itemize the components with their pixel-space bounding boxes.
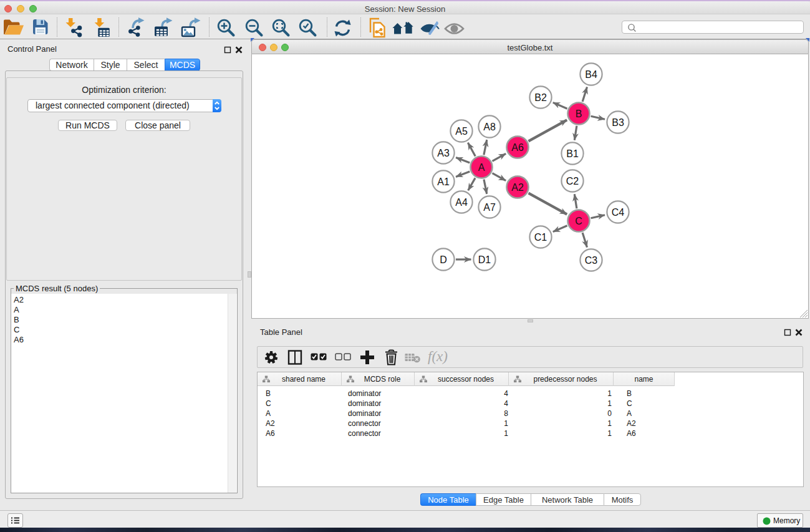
svg-text:B1: B1 <box>566 148 579 159</box>
svg-text:A3: A3 <box>437 148 450 158</box>
svg-text:D1: D1 <box>478 254 491 265</box>
svg-text:A1: A1 <box>437 177 450 187</box>
svg-text:B: B <box>576 109 582 119</box>
svg-text:B4: B4 <box>585 69 597 80</box>
svg-text:C: C <box>575 216 582 226</box>
svg-text:B2: B2 <box>534 92 547 103</box>
svg-text:C2: C2 <box>566 176 579 186</box>
svg-text:A: A <box>478 162 485 173</box>
svg-text:A6: A6 <box>511 142 524 153</box>
svg-text:A5: A5 <box>455 126 468 137</box>
svg-text:C4: C4 <box>612 207 625 218</box>
svg-text:A2: A2 <box>511 182 524 193</box>
svg-text:D: D <box>440 254 447 265</box>
svg-text:A4: A4 <box>455 197 468 208</box>
svg-text:A7: A7 <box>483 202 496 213</box>
svg-text:A8: A8 <box>483 122 496 132</box>
svg-text:B3: B3 <box>612 117 624 128</box>
svg-text:C3: C3 <box>585 255 598 266</box>
svg-text:C1: C1 <box>534 232 547 243</box>
